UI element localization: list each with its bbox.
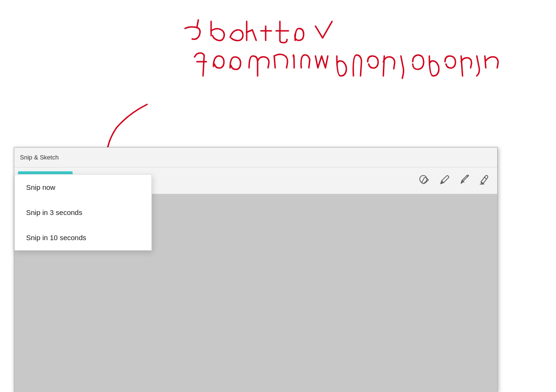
ballpoint-pen-button[interactable]	[435, 171, 454, 190]
highlighter-icon	[478, 173, 490, 188]
title-bar: Snip & Sketch	[14, 148, 497, 168]
pencil-icon	[458, 173, 470, 188]
toolbar-right	[415, 171, 493, 190]
annotation-area: Snip & Sketch New	[0, 0, 556, 392]
pencil-button[interactable]	[454, 171, 473, 190]
handwriting-annotation	[0, 0, 556, 147]
app-title: Snip & Sketch	[20, 154, 59, 161]
app-window: Snip & Sketch New	[14, 147, 498, 392]
highlighter-button[interactable]	[474, 171, 493, 190]
touch-writing-icon	[418, 173, 430, 188]
snip-10s-item[interactable]: Snip in 10 seconds	[15, 225, 151, 250]
svg-line-7	[467, 176, 468, 177]
snip-3s-item[interactable]: Snip in 3 seconds	[15, 200, 151, 225]
snip-now-item[interactable]: Snip now	[15, 175, 151, 200]
dropdown-menu: Snip now Snip in 3 seconds Snip in 10 se…	[14, 174, 152, 251]
ballpoint-pen-icon	[438, 173, 450, 188]
touch-writing-button[interactable]	[415, 171, 434, 190]
